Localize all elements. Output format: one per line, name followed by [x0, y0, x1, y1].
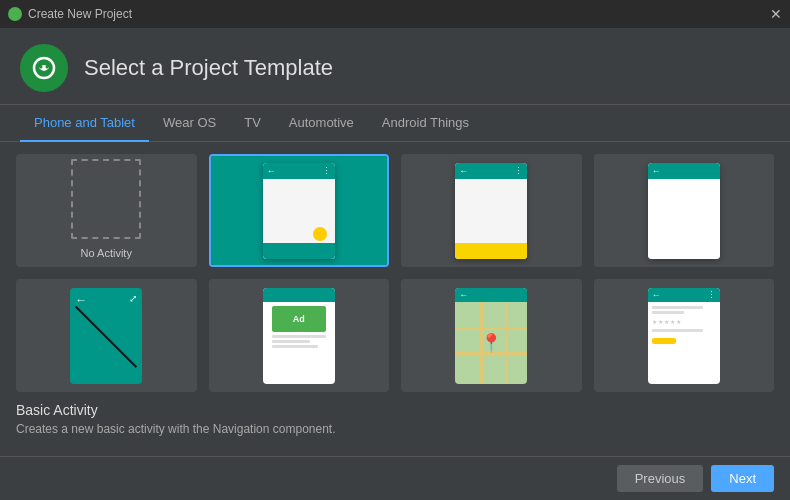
title-bar: Create New Project ✕: [0, 0, 790, 28]
maps-mockup: ← 📍: [455, 288, 527, 384]
template-label-no-activity: No Activity: [77, 241, 136, 265]
star-1: ★: [652, 318, 657, 325]
selected-template-title: Basic Activity: [16, 402, 774, 418]
template-maps-activity[interactable]: ← 📍 Google Maps Activity: [401, 279, 582, 392]
fab-icon: [313, 227, 327, 241]
template-ad-activity[interactable]: Ad Ad Activity (Mobile Ads SDK): [209, 279, 390, 392]
ad-mockup: Ad: [263, 288, 335, 384]
ad-line-2: [272, 340, 310, 343]
template-preview-fullscreen: ← ⤢: [18, 281, 195, 391]
star-5: ★: [676, 318, 681, 325]
road-h-1: [455, 327, 527, 330]
tabs-bar: Phone and Tablet Wear OS TV Automotive A…: [0, 105, 790, 142]
settings-line-1: [652, 306, 703, 309]
settings-action-btn: [652, 338, 676, 344]
settings-menu-dots: ⋮: [707, 290, 716, 300]
mockup-top-bar: ← ⋮: [263, 163, 335, 179]
map-roads-area: 📍: [455, 302, 527, 384]
title-bar-left: Create New Project: [8, 7, 132, 21]
map-top-bar: ←: [455, 288, 527, 302]
mockup-body-bn: [455, 179, 527, 259]
template-preview-empty: ←: [596, 156, 773, 266]
bottom-nav-bar-icon: [455, 243, 527, 259]
road-v-2: [505, 302, 508, 384]
mockup-body: [263, 179, 335, 259]
back-arrow-icon: ←: [267, 166, 276, 176]
back-arrow-icon-bn: ←: [459, 166, 468, 176]
templates-grid: No Activity ← ⋮ Basi: [16, 154, 774, 392]
template-preview-settings: ← ⋮ ★ ★ ★ ★ ★: [596, 281, 773, 391]
description-area: Basic Activity Creates a new basic activ…: [16, 392, 774, 444]
map-back-arrow: ←: [459, 290, 468, 300]
mockup-top-bar-empty: ←: [648, 163, 720, 179]
star-3: ★: [664, 318, 669, 325]
template-settings-activity[interactable]: ← ⋮ ★ ★ ★ ★ ★: [594, 279, 775, 392]
template-empty-activity[interactable]: ← Empty Activity: [594, 154, 775, 267]
ad-banner: Ad: [272, 306, 326, 332]
basic-activity-mockup: ← ⋮: [263, 163, 335, 259]
arrow-icon-fullscreen: ←: [75, 293, 87, 307]
tab-android-things[interactable]: Android Things: [368, 105, 483, 142]
svg-point-2: [46, 66, 49, 69]
page-title: Select a Project Template: [84, 55, 333, 81]
ad-body: Ad: [263, 302, 335, 352]
settings-top-bar: ← ⋮: [648, 288, 720, 302]
content-area: No Activity ← ⋮ Basi: [0, 142, 790, 456]
ad-line-3: [272, 345, 318, 348]
window: Create New Project ✕ Select a Project Te…: [0, 0, 790, 500]
tab-tv[interactable]: TV: [230, 105, 275, 142]
mockup-bottom-bar: [263, 243, 335, 259]
no-activity-icon: [71, 159, 141, 239]
template-label-empty: Empty Activity: [646, 266, 722, 267]
settings-line-3: [652, 329, 703, 332]
map-pin-icon: 📍: [480, 332, 502, 354]
tab-automotive[interactable]: Automotive: [275, 105, 368, 142]
settings-mockup: ← ⋮ ★ ★ ★ ★ ★: [648, 288, 720, 384]
stars-row: ★ ★ ★ ★ ★: [652, 318, 716, 325]
template-label-basic: Basic Activity: [211, 266, 388, 267]
template-basic-activity[interactable]: ← ⋮ Basic Activity: [209, 154, 390, 267]
empty-mockup: ←: [648, 163, 720, 259]
previous-button[interactable]: Previous: [617, 465, 704, 492]
logo: [20, 44, 68, 92]
ad-top-bar: [263, 288, 335, 302]
mockup-body-empty: [648, 179, 720, 259]
diagonal-decoration: [75, 306, 138, 369]
template-preview-basic: ← ⋮: [211, 156, 388, 266]
ad-line-1: [272, 335, 326, 338]
title-bar-text: Create New Project: [28, 7, 132, 21]
tab-wear-os[interactable]: Wear OS: [149, 105, 230, 142]
template-label-bottom-nav: Bottom Navigation Activity: [424, 266, 559, 267]
template-preview-ad: Ad: [211, 281, 388, 391]
star-4: ★: [670, 318, 675, 325]
fullscreen-mockup: ← ⤢: [70, 288, 142, 384]
header: Select a Project Template: [0, 28, 790, 105]
tab-phone-tablet[interactable]: Phone and Tablet: [20, 105, 149, 142]
selected-template-description: Creates a new basic activity with the Na…: [16, 422, 774, 436]
ad-lines: [272, 335, 326, 348]
template-preview-maps: ← 📍: [403, 281, 580, 391]
footer: Previous Next: [0, 456, 790, 500]
template-preview-bottom-nav: ← ⋮: [403, 156, 580, 266]
settings-body: ★ ★ ★ ★ ★: [648, 302, 720, 348]
bottom-nav-mockup: ← ⋮: [455, 163, 527, 259]
star-2: ★: [658, 318, 663, 325]
close-icon[interactable]: ✕: [770, 6, 782, 22]
app-icon: [8, 7, 22, 21]
template-bottom-nav[interactable]: ← ⋮ Bottom Navigation Activity: [401, 154, 582, 267]
menu-dots-icon: ⋮: [322, 166, 331, 176]
menu-dots-icon-bn: ⋮: [514, 166, 523, 176]
template-fullscreen[interactable]: ← ⤢ Fullscreen Activity: [16, 279, 197, 392]
next-button[interactable]: Next: [711, 465, 774, 492]
settings-line-2: [652, 311, 684, 314]
expand-icon: ⤢: [129, 293, 137, 304]
mockup-top-bar-bn: ← ⋮: [455, 163, 527, 179]
back-arrow-icon-empty: ←: [652, 166, 661, 176]
settings-back-arrow: ←: [652, 290, 661, 300]
template-preview-no-activity: [18, 156, 195, 241]
template-no-activity[interactable]: No Activity: [16, 154, 197, 267]
svg-point-1: [40, 66, 43, 69]
